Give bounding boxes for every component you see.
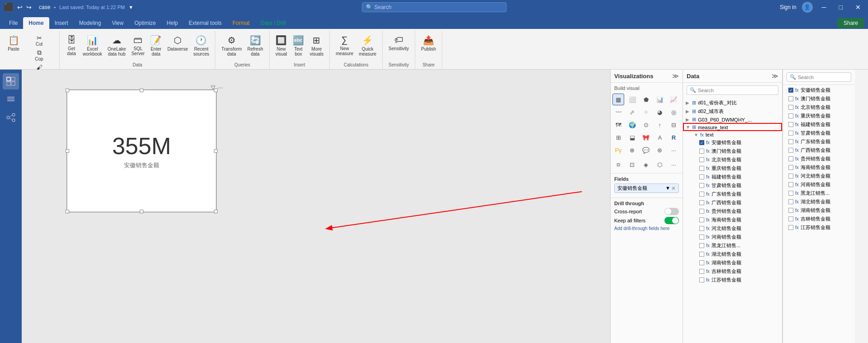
field-item[interactable]: fx湖北销售金额 [683, 250, 782, 258]
visual-card[interactable]: 355M 安徽销售金额 [67, 90, 216, 212]
paste-button[interactable]: 📋 Paste [5, 33, 22, 53]
search-field-item[interactable]: fx湖北销售金额 [783, 197, 855, 206]
resize-handle-bottom[interactable] [140, 210, 143, 213]
field-checkbox[interactable] [699, 235, 704, 240]
search-panel-search[interactable]: 🔍 [787, 72, 851, 82]
viz-R-icon[interactable]: R [668, 132, 679, 143]
data-search-box[interactable]: 🔍 [687, 85, 778, 95]
viz-qa-icon[interactable]: 💬 [640, 144, 652, 156]
search-field-checkbox[interactable] [788, 199, 793, 204]
undo-btn[interactable]: ↩ [17, 4, 23, 11]
search-field-item[interactable]: fx吉林销售金额 [783, 215, 855, 223]
search-field-item[interactable]: fx海南销售金额 [783, 163, 855, 172]
publish-button[interactable]: 📤 Publish [419, 33, 438, 53]
field-item[interactable]: fx河南销售金额 [683, 233, 782, 241]
resize-handle-tr[interactable] [214, 89, 218, 92]
field-item[interactable]: fx重庆销售金额 [683, 164, 782, 173]
tab-view[interactable]: View [106, 17, 129, 29]
viz-line-icon[interactable]: 〰 [612, 106, 624, 118]
maximize-btn[interactable]: □ [835, 3, 846, 12]
canvas-area[interactable]: ▽ ··· 355M 安徽销售金额 [22, 70, 610, 343]
model-view-icon[interactable] [3, 109, 19, 126]
resize-handle-left[interactable] [66, 149, 69, 153]
field-remove-icon[interactable]: ✕ [671, 185, 676, 192]
viz-extra4[interactable]: ⬡ [654, 159, 666, 170]
viz-kpi-icon[interactable]: ↑ [654, 119, 666, 131]
field-checkbox[interactable] [699, 166, 704, 171]
viz-extra1[interactable]: ⧈ [612, 159, 624, 170]
enter-data-button[interactable]: 📝 Enterdata [148, 33, 164, 58]
field-item[interactable]: ✓fx安徽销售金额 [683, 138, 782, 147]
viz-extra5[interactable]: ··· [668, 159, 679, 170]
onelake-button[interactable]: ☁ OneLakedata hub [105, 33, 128, 58]
field-checkbox[interactable] [699, 200, 704, 205]
field-item[interactable]: fx北京销售金额 [683, 155, 782, 164]
dropdown-icon[interactable]: ▼ [128, 5, 133, 10]
search-field-item[interactable]: fx广东销售金额 [783, 137, 855, 146]
viz-table-icon[interactable]: ▦ [612, 94, 624, 105]
get-data-button[interactable]: 🗄 Getdata [63, 33, 80, 57]
search-field-item[interactable]: fx河南销售金额 [783, 180, 855, 189]
tree-expand-text[interactable]: ▼ [694, 132, 698, 137]
viz-matrix-icon[interactable]: ⊞ [612, 132, 624, 143]
more-visuals-button[interactable]: ⊞ Morevisuals [308, 33, 326, 58]
title-search-bar[interactable]: 🔍 [362, 2, 507, 12]
tab-external-tools[interactable]: External tools [183, 17, 227, 29]
field-checkbox[interactable] [699, 252, 704, 257]
search-field-checkbox[interactable] [788, 216, 793, 221]
field-item[interactable]: fx福建销售金额 [683, 173, 782, 181]
tab-data-drill[interactable]: Data / Drill [255, 17, 291, 29]
field-item[interactable]: fx河北销售金额 [683, 224, 782, 233]
new-measure-button[interactable]: ∑ Newmeasure [333, 33, 356, 57]
new-visual-button[interactable]: 🔲 Newvisual [273, 33, 289, 58]
table-g03[interactable]: ▶ ⊞ G03_P60_DWMQHY_... [683, 116, 782, 123]
tab-file[interactable]: File [4, 17, 23, 29]
table-measure-text[interactable]: ▼ ⊞ measure_text [683, 123, 782, 131]
recent-sources-button[interactable]: 🕐 Recentsources [191, 33, 211, 58]
field-checkbox[interactable] [699, 149, 704, 154]
viz-bar-icon[interactable]: 📊 [654, 94, 666, 105]
field-checkbox[interactable] [699, 192, 704, 197]
tab-modeling[interactable]: Modeling [74, 17, 107, 29]
viz-col-icon[interactable]: 📈 [668, 94, 679, 105]
tab-insert[interactable]: Insert [49, 17, 74, 29]
search-field-checkbox[interactable] [788, 139, 793, 144]
search-field-checkbox[interactable] [788, 113, 793, 118]
close-btn[interactable]: ✕ [852, 3, 864, 12]
field-checkbox[interactable] [699, 226, 704, 231]
viz-donut-icon[interactable]: ◎ [668, 106, 679, 118]
search-field-checkbox[interactable] [788, 122, 793, 127]
viz-A-icon[interactable]: A [654, 132, 666, 143]
resize-handle-tl[interactable] [66, 89, 69, 92]
search-field-item[interactable]: fx湖南销售金额 [783, 206, 855, 215]
field-item[interactable]: fx澳门销售金额 [683, 147, 782, 155]
signin-label[interactable]: Sign in [780, 4, 797, 10]
tree-expand-measure[interactable]: ▼ [686, 125, 690, 130]
data-panel-expand-btn[interactable]: ≫ [772, 72, 778, 80]
cross-report-toggle[interactable] [664, 208, 679, 215]
viz-area-icon[interactable]: ⬀ [626, 106, 638, 118]
search-field-checkbox[interactable] [788, 156, 793, 161]
search-field-checkbox[interactable] [788, 148, 793, 153]
copy-button[interactable]: ⧉ Cop [23, 48, 56, 62]
search-field-checkbox[interactable] [788, 165, 793, 170]
data-view-icon[interactable] [3, 91, 19, 108]
viz-Py-icon[interactable]: Py [612, 144, 624, 156]
viz-funnel-icon[interactable]: ⬟ [640, 94, 652, 105]
resize-handle-right[interactable] [214, 149, 218, 153]
data-search-input[interactable] [698, 88, 775, 93]
search-field-checkbox[interactable] [788, 174, 793, 179]
search-field-item[interactable]: fx广西销售金额 [783, 146, 855, 155]
field-checkbox[interactable] [699, 260, 704, 265]
tab-home[interactable]: Home [23, 17, 49, 29]
tab-format[interactable]: Format [227, 17, 255, 29]
viz-gauge-icon[interactable]: ⊙ [640, 119, 652, 131]
search-field-checkbox[interactable] [788, 208, 793, 213]
tree-expand-d02[interactable]: ▶ [686, 109, 690, 114]
search-field-item[interactable]: ✓fx安徽销售金额 [783, 86, 855, 94]
field-item[interactable]: fx贵州销售金额 [683, 207, 782, 216]
field-checkbox[interactable] [699, 157, 704, 162]
field-text[interactable]: ▼ fx text [683, 131, 782, 138]
field-item[interactable]: fx甘肃销售金额 [683, 181, 782, 190]
tree-expand-d01[interactable]: ▶ [686, 100, 690, 105]
